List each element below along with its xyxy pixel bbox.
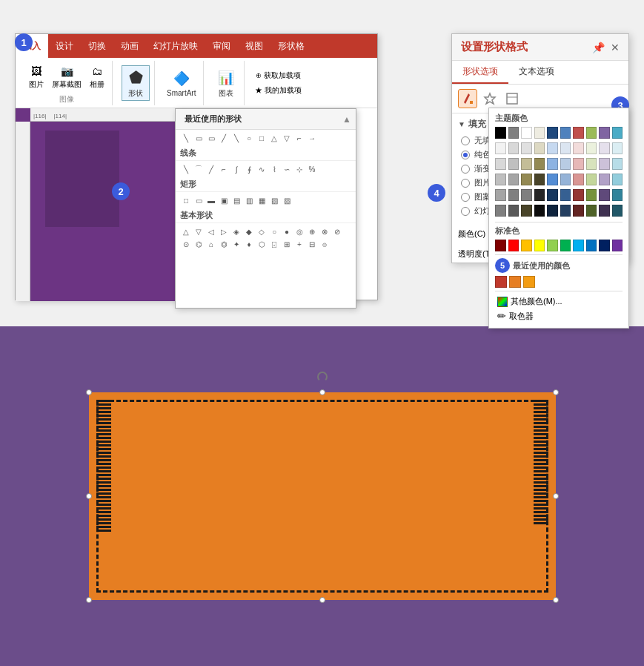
- shape-item[interactable]: ▽: [193, 225, 205, 237]
- shape-item[interactable]: +: [293, 238, 305, 250]
- handle-ml[interactable]: [86, 493, 92, 499]
- shape-item[interactable]: ▤: [230, 194, 242, 206]
- color-swatch[interactable]: [534, 240, 545, 251]
- shape-item[interactable]: ○: [268, 225, 280, 237]
- shape-item[interactable]: ⌾: [319, 238, 331, 250]
- color-swatch[interactable]: [586, 127, 597, 139]
- shape-item[interactable]: ∿: [256, 163, 268, 175]
- shape-item[interactable]: →: [306, 132, 318, 144]
- color-swatch[interactable]: [508, 127, 519, 139]
- shape-item[interactable]: ◁: [205, 225, 217, 237]
- image-btn[interactable]: 🖼 图片: [26, 62, 47, 91]
- gradient-fill-radio[interactable]: [461, 165, 470, 174]
- ribbon-tab-view[interactable]: 视图: [238, 34, 270, 58]
- color-swatch[interactable]: [586, 174, 597, 185]
- color-swatch[interactable]: [534, 142, 545, 154]
- get-addins-btn[interactable]: ⊕ 获取加载项: [254, 69, 302, 82]
- shape-item[interactable]: ▣: [218, 194, 230, 206]
- shape-item[interactable]: ⊟: [306, 238, 318, 250]
- shape-item[interactable]: ○: [243, 132, 255, 144]
- shape-item[interactable]: ⏣: [218, 238, 230, 250]
- color-swatch[interactable]: [547, 142, 558, 154]
- color-swatch[interactable]: [521, 158, 532, 170]
- color-swatch[interactable]: [573, 174, 584, 185]
- shape-item[interactable]: ♦: [243, 238, 255, 250]
- shape-item[interactable]: ▦: [256, 194, 268, 206]
- color-swatch[interactable]: [573, 189, 584, 201]
- color-swatch[interactable]: [586, 205, 597, 217]
- shape-item[interactable]: ⌇: [268, 163, 280, 175]
- shape-item[interactable]: ⊘: [331, 225, 343, 237]
- smartart-btn[interactable]: 🔷 SmartArt: [164, 67, 199, 99]
- color-swatch[interactable]: [560, 205, 571, 217]
- color-swatch[interactable]: [612, 240, 623, 251]
- shape-item[interactable]: ⬡: [256, 238, 268, 250]
- color-swatch[interactable]: [599, 127, 610, 139]
- color-swatch[interactable]: [599, 142, 610, 154]
- ribbon-tab-slideshow[interactable]: 幻灯片放映: [146, 34, 205, 58]
- color-swatch[interactable]: [560, 240, 571, 251]
- color-swatch[interactable]: [547, 240, 558, 251]
- handle-tc[interactable]: [319, 389, 325, 395]
- shape-item[interactable]: ⌬: [193, 238, 205, 250]
- shape-item[interactable]: ⌐: [293, 132, 305, 144]
- shape-item[interactable]: ●: [281, 225, 293, 237]
- picture-fill-radio[interactable]: [461, 179, 470, 188]
- color-swatch[interactable]: [495, 276, 507, 288]
- shapes-panel-scroll-up[interactable]: ▲: [342, 114, 351, 125]
- shape-item[interactable]: △: [180, 225, 192, 237]
- color-picker-btn[interactable]: ✏ 取色器: [495, 309, 623, 323]
- shape-item[interactable]: ∽: [281, 163, 293, 175]
- shape-item[interactable]: ╲: [180, 163, 192, 175]
- shape-item[interactable]: ⌒: [193, 163, 205, 175]
- shape-item[interactable]: ▽: [281, 132, 293, 144]
- color-swatch[interactable]: [586, 142, 597, 154]
- color-swatch[interactable]: [547, 127, 558, 139]
- color-swatch[interactable]: [521, 205, 532, 217]
- shape-item[interactable]: ▷: [218, 225, 230, 237]
- solid-fill-radio[interactable]: [461, 151, 470, 159]
- shapes-scroll[interactable]: ╲ ▭ ▭ ╱ ╲ ○ □ △ ▽ ⌐ → 线条 ╲ ⌒ ╱ ⌐ ∫ ∮ ∿: [176, 130, 356, 308]
- color-swatch[interactable]: [495, 189, 506, 201]
- color-swatch[interactable]: [509, 276, 521, 288]
- close-icon[interactable]: ✕: [611, 42, 620, 53]
- color-swatch[interactable]: [534, 174, 545, 185]
- shape-item[interactable]: ╱: [205, 163, 217, 175]
- color-swatch[interactable]: [495, 205, 506, 217]
- color-swatch[interactable]: [560, 127, 571, 139]
- color-swatch[interactable]: [612, 127, 623, 139]
- shape-item[interactable]: ∫: [230, 163, 242, 175]
- shape-item[interactable]: ╲: [230, 132, 242, 144]
- pin-icon[interactable]: 📌: [592, 42, 605, 53]
- ribbon-tab-design[interactable]: 设计: [48, 34, 81, 58]
- shape-item[interactable]: ▥: [243, 194, 255, 206]
- color-swatch[interactable]: [560, 189, 571, 201]
- handle-tl[interactable]: [86, 389, 92, 395]
- shape-item[interactable]: ◇: [256, 225, 268, 237]
- pattern-fill-radio[interactable]: [461, 193, 470, 202]
- orange-selected-shape[interactable]: [89, 392, 556, 600]
- color-swatch[interactable]: [547, 205, 558, 217]
- color-swatch[interactable]: [599, 189, 610, 201]
- shape-item[interactable]: ◆: [243, 225, 255, 237]
- color-swatch[interactable]: [521, 240, 532, 251]
- screenshot-btn[interactable]: 📷 屏幕截图: [50, 62, 84, 91]
- ribbon-tab-animation[interactable]: 动画: [113, 34, 146, 58]
- slide-bg-radio[interactable]: [461, 207, 470, 216]
- shape-item[interactable]: □: [180, 194, 192, 206]
- ribbon-tab-switch[interactable]: 切换: [81, 34, 113, 58]
- color-swatch[interactable]: [508, 158, 519, 170]
- color-swatch[interactable]: [573, 142, 584, 154]
- shape-item[interactable]: ⊕: [306, 225, 318, 237]
- shape-item[interactable]: □: [256, 132, 268, 144]
- color-swatch[interactable]: [560, 174, 571, 185]
- shape-item[interactable]: %: [306, 163, 318, 175]
- color-swatch[interactable]: [521, 189, 532, 201]
- shape-item[interactable]: ⌂: [205, 238, 217, 250]
- color-swatch[interactable]: [560, 142, 571, 154]
- color-swatch[interactable]: [534, 158, 545, 170]
- color-swatch[interactable]: [586, 189, 597, 201]
- format-tab-text[interactable]: 文本选项: [508, 61, 565, 84]
- handle-mr[interactable]: [553, 493, 559, 499]
- color-swatch[interactable]: [508, 189, 519, 201]
